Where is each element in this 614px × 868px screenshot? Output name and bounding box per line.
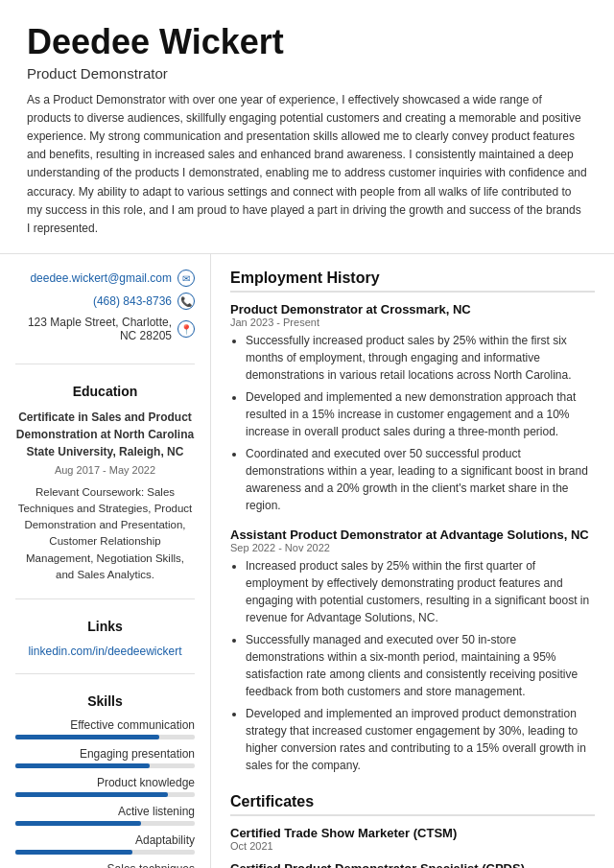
- certificates-list: Certified Trade Show Marketer (CTSM) Oct…: [230, 826, 595, 868]
- bullet-item: Developed and implemented an improved pr…: [246, 705, 595, 774]
- bullet-item: Successfully increased product sales by …: [246, 332, 595, 384]
- skill-bar-bg: [15, 850, 195, 855]
- skill-label: Effective communication: [15, 718, 195, 732]
- skill-bar-bg: [15, 763, 195, 768]
- skill-item: Adaptability: [15, 833, 195, 855]
- jobs-list: Product Demonstrator at Crossmark, NC Ja…: [230, 302, 595, 774]
- education-section: Education Certificate in Sales and Produ…: [15, 384, 195, 599]
- job-title: Product Demonstrator at Crossmark, NC: [230, 302, 595, 317]
- skill-item: Sales techniques: [15, 862, 195, 868]
- links-section: Links linkedin.com/in/deedeewickert: [15, 619, 195, 674]
- employment-section: Employment History Product Demonstrator …: [230, 270, 595, 774]
- skill-label: Sales techniques: [15, 862, 195, 868]
- bullet-item: Developed and implemented a new demonstr…: [246, 388, 595, 440]
- left-column: deedee.wickert@gmail.com ✉ (468) 843-873…: [0, 254, 211, 868]
- linkedin-link[interactable]: linkedin.com/in/deedeewickert: [28, 645, 181, 658]
- cert-block: Certified Product Demonstrator Specialis…: [230, 861, 595, 868]
- candidate-summary: As a Product Demonstrator with over one …: [27, 91, 587, 239]
- email-item: deedee.wickert@gmail.com ✉: [15, 270, 195, 287]
- skill-bar-bg: [15, 735, 195, 739]
- address-item: 123 Maple Street, Charlotte, NC 28205 📍: [15, 316, 195, 342]
- phone-icon: 📞: [177, 293, 195, 310]
- job-bullets: Increased product sales by 25% within th…: [230, 557, 595, 774]
- skills-list: Effective communication Engaging present…: [15, 718, 195, 868]
- job-block: Assistant Product Demonstrator at Advant…: [230, 528, 595, 774]
- edu-degree: Certificate in Sales and Product Demonst…: [15, 409, 195, 460]
- phone-text: (468) 843-8736: [93, 294, 172, 308]
- skill-bar-fill: [15, 792, 168, 797]
- skill-item: Effective communication: [15, 718, 195, 739]
- skills-section: Skills Effective communication Engaging …: [15, 693, 195, 868]
- skill-label: Product knowledge: [15, 776, 195, 789]
- skill-bar-fill: [15, 850, 132, 855]
- bullet-item: Increased product sales by 25% within th…: [246, 557, 595, 626]
- employment-heading: Employment History: [230, 270, 595, 293]
- skill-bar-fill: [15, 821, 141, 826]
- skill-item: Engaging presentation: [15, 747, 195, 768]
- job-dates: Sep 2022 - Nov 2022: [230, 542, 595, 553]
- skill-label: Adaptability: [15, 833, 195, 847]
- links-block: linkedin.com/in/deedeewickert: [15, 644, 195, 658]
- skill-item: Active listening: [15, 805, 195, 826]
- education-heading: Education: [15, 384, 195, 399]
- job-block: Product Demonstrator at Crossmark, NC Ja…: [230, 302, 595, 514]
- resume-header: Deedee Wickert Product Demonstrator As a…: [0, 0, 614, 254]
- skill-bar-bg: [15, 792, 195, 797]
- candidate-name: Deedee Wickert: [27, 23, 587, 61]
- contact-section: deedee.wickert@gmail.com ✉ (468) 843-873…: [15, 270, 195, 364]
- skills-heading: Skills: [15, 693, 195, 709]
- job-bullets: Successfully increased product sales by …: [230, 332, 595, 514]
- skill-bar-fill: [15, 735, 159, 739]
- cert-name: Certified Product Demonstrator Specialis…: [230, 861, 595, 868]
- skill-item: Product knowledge: [15, 776, 195, 797]
- bullet-item: Coordinated and executed over 50 success…: [246, 445, 595, 514]
- cert-date: Oct 2021: [230, 840, 595, 852]
- email-icon: ✉: [177, 270, 195, 287]
- job-dates: Jan 2023 - Present: [230, 317, 595, 328]
- edu-coursework: Relevant Coursework: Sales Techniques an…: [15, 484, 195, 584]
- right-column: Employment History Product Demonstrator …: [211, 254, 614, 868]
- education-block: Certificate in Sales and Product Demonst…: [15, 409, 195, 583]
- cert-name: Certified Trade Show Marketer (CTSM): [230, 826, 595, 840]
- resume-body: deedee.wickert@gmail.com ✉ (468) 843-873…: [0, 254, 614, 868]
- location-icon: 📍: [177, 320, 195, 338]
- address-text: 123 Maple Street, Charlotte, NC 28205: [15, 316, 172, 342]
- links-heading: Links: [15, 619, 195, 634]
- skill-bar-bg: [15, 821, 195, 826]
- certificates-section: Certificates Certified Trade Show Market…: [230, 793, 595, 868]
- skill-label: Engaging presentation: [15, 747, 195, 761]
- cert-block: Certified Trade Show Marketer (CTSM) Oct…: [230, 826, 595, 852]
- certificates-heading: Certificates: [230, 793, 595, 816]
- phone-item: (468) 843-8736 📞: [15, 293, 195, 310]
- skill-bar-fill: [15, 763, 150, 768]
- resume-container: Deedee Wickert Product Demonstrator As a…: [0, 0, 614, 868]
- edu-dates: Aug 2017 - May 2022: [15, 462, 195, 479]
- email-text[interactable]: deedee.wickert@gmail.com: [30, 271, 172, 285]
- candidate-title: Product Demonstrator: [27, 65, 587, 82]
- bullet-item: Successfully managed and executed over 5…: [246, 631, 595, 700]
- job-title: Assistant Product Demonstrator at Advant…: [230, 528, 595, 542]
- skill-label: Active listening: [15, 805, 195, 818]
